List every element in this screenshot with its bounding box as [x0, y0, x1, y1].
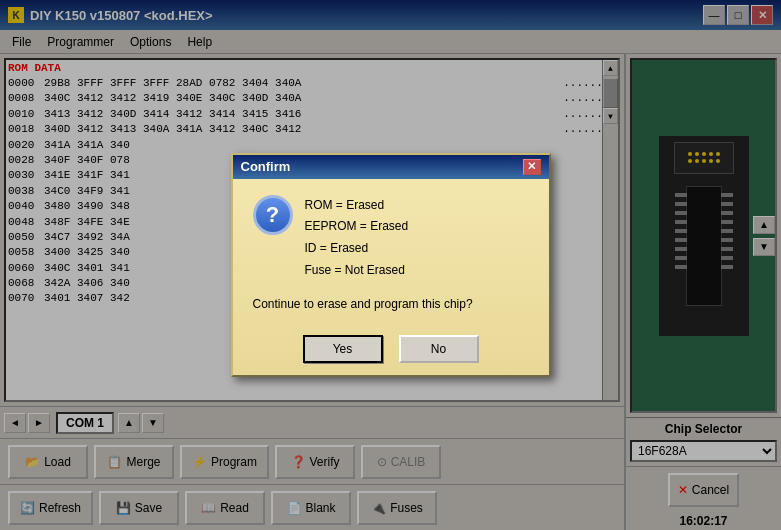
modal-no-button[interactable]: No: [399, 335, 479, 363]
confirm-modal: Confirm ✕ ? ROM = Erased EEPROM = Erased…: [231, 153, 551, 377]
modal-overlay: Confirm ✕ ? ROM = Erased EEPROM = Erased…: [0, 0, 781, 530]
modal-question: Continue to erase and program this chip?: [253, 297, 529, 311]
modal-line-2: EEPROM = Erased: [305, 216, 529, 238]
modal-line-4: Fuse = Not Erased: [305, 260, 529, 282]
modal-text: ROM = Erased EEPROM = Erased ID = Erased…: [305, 195, 529, 281]
modal-buttons: Yes No: [233, 327, 549, 375]
modal-line-3: ID = Erased: [305, 238, 529, 260]
modal-line-1: ROM = Erased: [305, 195, 529, 217]
modal-body: ? ROM = Erased EEPROM = Erased ID = Eras…: [233, 179, 549, 327]
modal-yes-button[interactable]: Yes: [303, 335, 383, 363]
modal-info-icon: ?: [253, 195, 293, 235]
modal-close-button[interactable]: ✕: [523, 159, 541, 175]
modal-title-bar: Confirm ✕: [233, 155, 549, 179]
modal-content-row: ? ROM = Erased EEPROM = Erased ID = Eras…: [253, 195, 529, 281]
modal-title-text: Confirm: [241, 159, 291, 174]
